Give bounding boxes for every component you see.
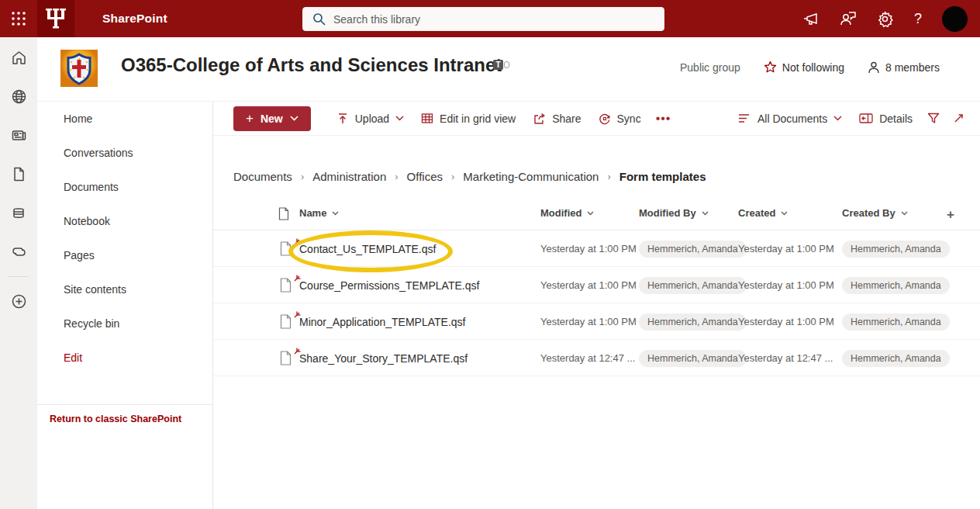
library-search-box[interactable] [302,7,664,31]
sidebar-item-documents[interactable]: Documents [37,170,212,204]
site-header: O365-College of Arts and Sciences Intran… [37,37,980,101]
sidebar-item-home[interactable]: Home [37,102,212,136]
site-navigation: Home Conversations Documents Notebook Pa… [37,101,213,509]
home-icon[interactable] [11,50,27,66]
file-icon [280,340,292,376]
file-list-header: Name Modified Modified By Created Create… [213,204,980,230]
modified-cell: Yesterday at 1:00 PM [540,267,637,303]
created-cell: Yesterday at 1:00 PM [738,230,834,267]
search-input[interactable] [333,13,628,26]
globe-sites-icon[interactable] [11,88,27,105]
settings-gear-icon[interactable] [877,10,894,27]
view-selector[interactable]: All Documents [730,106,851,131]
sync-button[interactable]: Sync [590,106,650,131]
file-list: Name Modified Modified By Created Create… [213,204,980,376]
created-cell: Yesterday at 1:00 PM [738,303,834,340]
add-column-button[interactable]: + [947,207,954,223]
chevron-down-icon [901,211,908,216]
created-cell: Yesterday at 12:47 ... [738,340,833,376]
created-by-pill[interactable]: Hemmerich, Amanda [842,277,950,294]
breadcrumb-marketing-communication[interactable]: Marketing-Communication [463,170,599,183]
created-cell: Yesterday at 1:00 PM [738,267,834,303]
sidebar-divider [37,404,212,405]
my-lists-icon[interactable] [11,205,27,221]
details-pane-button[interactable]: Details [851,106,921,131]
breadcrumb-offices[interactable]: Offices [407,170,443,183]
column-header-created[interactable]: Created [738,207,788,219]
suite-bar: SharePoint ? [0,0,980,37]
file-name-link[interactable]: Contact_Us_TEMPLATE.qsf [299,230,436,267]
column-header-created-by[interactable]: Created By [842,207,908,219]
follow-button[interactable]: Not following [764,61,844,74]
modified-by-pill[interactable]: Hemmerich, Amanda [639,241,747,258]
chevron-down-icon [781,211,788,216]
sidebar-edit-link[interactable]: Edit [37,341,212,375]
details-pane-icon [859,113,873,123]
new-button[interactable]: + New [233,106,311,131]
star-icon [764,61,777,74]
sidebar-item-pages[interactable]: Pages [37,238,212,272]
plus-icon: + [246,111,254,126]
breadcrumb-administration[interactable]: Administration [312,170,386,183]
more-commands-button[interactable]: ••• [650,112,678,126]
return-to-classic-link[interactable]: Return to classic SharePoint [50,414,212,424]
modified-by-pill[interactable]: Hemmerich, Amanda [639,277,747,294]
table-row[interactable]: Share_Your_Story_TEMPLATE.qsf Yesterday … [213,340,980,376]
created-by-pill[interactable]: Hemmerich, Amanda [842,241,950,258]
breadcrumb-form-templates: Form templates [619,170,706,183]
sidebar-item-recycle-bin[interactable]: Recycle bin [37,306,212,341]
file-icon [280,267,292,303]
expand-fullscreen-icon[interactable] [946,106,971,131]
sharepoint-app-bar [0,37,37,509]
chevron-down-icon [702,211,709,216]
created-by-pill[interactable]: Hemmerich, Amanda [842,350,950,367]
column-header-modified-by[interactable]: Modified By [639,207,709,219]
modified-by-pill[interactable]: Hemmerich, Amanda [639,313,747,331]
news-icon[interactable] [11,127,27,144]
column-header-modified[interactable]: Modified [540,207,594,219]
document-icon [278,207,289,220]
file-icon [280,230,292,267]
file-name-link[interactable]: Share_Your_Story_TEMPLATE.qsf [299,340,468,376]
column-file-type-icon[interactable] [278,207,289,220]
breadcrumb-documents[interactable]: Documents [233,170,292,183]
upload-button[interactable]: Upload [328,106,412,131]
sidebar-item-site-contents[interactable]: Site contents [37,272,212,306]
share-button[interactable]: Share [524,106,589,131]
site-logo-crest[interactable] [60,50,98,87]
privacy-label: Public group [680,61,740,74]
feedback-person-icon[interactable] [840,10,857,27]
chevron-down-icon [332,211,339,216]
table-row[interactable]: Minor_Application_TEMPLATE.qsf Yesterday… [213,303,980,340]
column-header-name[interactable]: Name [299,207,339,219]
search-icon [312,12,326,26]
loop-icon[interactable] [11,244,27,260]
site-title: O365-College of Arts and Sciences Intran… [121,54,502,76]
iu-trident-logo[interactable] [37,0,74,37]
megaphone-icon[interactable] [802,10,820,27]
members-button[interactable]: 8 members [868,61,940,74]
create-plus-icon[interactable] [11,293,27,310]
document-library-main: + New Upload Edit in grid view Share [213,101,980,509]
modified-cell: Yesterday at 12:47 ... [540,340,635,376]
rail-divider [9,276,29,277]
chevron-down-icon [290,116,298,121]
file-name-link[interactable]: Course_Permissions_TEMPLATE.qsf [299,267,479,303]
my-files-icon[interactable] [11,166,27,182]
help-icon[interactable]: ? [914,11,922,27]
grid-icon [421,113,433,124]
command-bar: + New Upload Edit in grid view Share [213,102,980,136]
table-row[interactable]: Contact_Us_TEMPLATE.qsf Yesterday at 1:0… [213,230,980,267]
filter-icon[interactable] [921,106,946,131]
user-avatar[interactable] [942,6,968,32]
edit-grid-view-button[interactable]: Edit in grid view [412,106,524,131]
chevron-down-icon [833,116,842,121]
sidebar-item-conversations[interactable]: Conversations [37,136,212,170]
table-row[interactable]: Course_Permissions_TEMPLATE.qsf Yesterda… [213,267,980,303]
sidebar-item-notebook[interactable]: Notebook [37,204,212,238]
file-icon [280,303,292,340]
app-launcher-waffle-icon[interactable] [0,0,37,37]
modified-by-pill[interactable]: Hemmerich, Amanda [639,350,747,367]
file-name-link[interactable]: Minor_Application_TEMPLATE.qsf [299,303,466,340]
created-by-pill[interactable]: Hemmerich, Amanda [842,313,950,331]
